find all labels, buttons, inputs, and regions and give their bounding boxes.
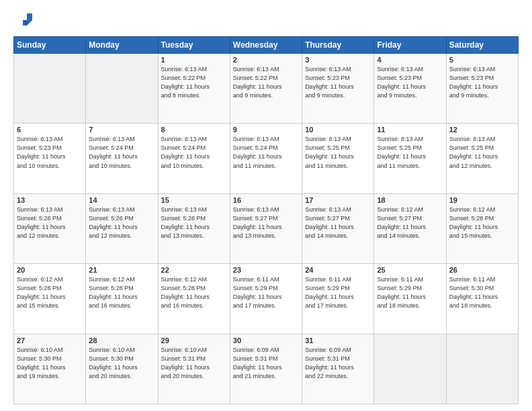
day-number: 7 (89, 126, 154, 134)
svg-marker-0 (23, 13, 32, 26)
day-info: Sunrise: 6:13 AM Sunset: 5:25 PM Dayligh… (449, 135, 515, 170)
week-row-1: 1Sunrise: 6:13 AM Sunset: 5:22 PM Daylig… (14, 54, 519, 124)
day-number: 11 (377, 126, 443, 134)
day-info: Sunrise: 6:13 AM Sunset: 5:26 PM Dayligh… (89, 205, 154, 240)
calendar-table: SundayMondayTuesdayWednesdayThursdayFrid… (13, 36, 519, 404)
day-number: 1 (161, 56, 227, 64)
day-info: Sunrise: 6:09 AM Sunset: 5:31 PM Dayligh… (305, 346, 371, 381)
week-row-2: 6Sunrise: 6:13 AM Sunset: 5:23 PM Daylig… (14, 124, 519, 193)
day-number: 13 (17, 196, 83, 204)
calendar-cell (446, 334, 518, 404)
day-info: Sunrise: 6:13 AM Sunset: 5:24 PM Dayligh… (161, 135, 227, 170)
day-number: 2 (233, 56, 299, 64)
day-info: Sunrise: 6:10 AM Sunset: 5:30 PM Dayligh… (89, 346, 154, 381)
day-number: 10 (305, 126, 371, 134)
calendar-cell: 5Sunrise: 6:13 AM Sunset: 5:23 PM Daylig… (446, 54, 518, 124)
day-number: 8 (161, 126, 227, 134)
day-info: Sunrise: 6:13 AM Sunset: 5:27 PM Dayligh… (305, 205, 371, 240)
day-number: 9 (233, 126, 299, 134)
calendar-cell: 3Sunrise: 6:13 AM Sunset: 5:23 PM Daylig… (302, 54, 374, 124)
week-row-4: 20Sunrise: 6:12 AM Sunset: 5:28 PM Dayli… (14, 264, 519, 334)
calendar-cell: 15Sunrise: 6:13 AM Sunset: 5:26 PM Dayli… (158, 193, 230, 263)
day-number: 6 (17, 126, 83, 134)
day-number: 3 (305, 56, 371, 64)
calendar-cell: 12Sunrise: 6:13 AM Sunset: 5:25 PM Dayli… (446, 124, 518, 193)
day-info: Sunrise: 6:13 AM Sunset: 5:26 PM Dayligh… (161, 205, 227, 240)
day-number: 19 (449, 196, 515, 204)
calendar-cell (86, 54, 158, 124)
day-number: 24 (305, 266, 371, 274)
day-number: 15 (161, 196, 227, 204)
calendar-cell: 19Sunrise: 6:12 AM Sunset: 5:28 PM Dayli… (446, 193, 518, 263)
day-number: 22 (161, 266, 227, 274)
day-info: Sunrise: 6:11 AM Sunset: 5:29 PM Dayligh… (305, 275, 371, 310)
day-number: 30 (233, 336, 299, 345)
calendar-cell: 29Sunrise: 6:10 AM Sunset: 5:31 PM Dayli… (158, 334, 230, 404)
day-info: Sunrise: 6:12 AM Sunset: 5:28 PM Dayligh… (17, 275, 83, 310)
day-info: Sunrise: 6:11 AM Sunset: 5:29 PM Dayligh… (377, 275, 443, 310)
calendar-cell: 7Sunrise: 6:13 AM Sunset: 5:24 PM Daylig… (86, 124, 158, 193)
day-number: 29 (161, 336, 227, 345)
calendar-cell: 23Sunrise: 6:11 AM Sunset: 5:29 PM Dayli… (230, 264, 302, 334)
weekday-header-thursday: Thursday (302, 37, 374, 54)
logo-icon (13, 11, 32, 30)
day-info: Sunrise: 6:10 AM Sunset: 5:31 PM Dayligh… (161, 346, 227, 381)
weekday-header-saturday: Saturday (446, 37, 518, 54)
weekday-header-row: SundayMondayTuesdayWednesdayThursdayFrid… (14, 37, 519, 54)
week-row-5: 27Sunrise: 6:10 AM Sunset: 5:30 PM Dayli… (14, 334, 519, 404)
day-number: 17 (305, 196, 371, 204)
calendar-cell: 18Sunrise: 6:12 AM Sunset: 5:27 PM Dayli… (374, 193, 446, 263)
calendar-cell: 14Sunrise: 6:13 AM Sunset: 5:26 PM Dayli… (86, 193, 158, 263)
calendar-cell: 4Sunrise: 6:13 AM Sunset: 5:23 PM Daylig… (374, 54, 446, 124)
day-number: 28 (89, 336, 154, 345)
day-number: 21 (89, 266, 154, 274)
calendar-cell: 17Sunrise: 6:13 AM Sunset: 5:27 PM Dayli… (302, 193, 374, 263)
day-info: Sunrise: 6:13 AM Sunset: 5:23 PM Dayligh… (377, 65, 443, 100)
day-info: Sunrise: 6:09 AM Sunset: 5:31 PM Dayligh… (233, 346, 299, 381)
page: SundayMondayTuesdayWednesdayThursdayFrid… (0, 0, 532, 411)
calendar-cell: 13Sunrise: 6:13 AM Sunset: 5:26 PM Dayli… (14, 193, 86, 263)
calendar-cell: 25Sunrise: 6:11 AM Sunset: 5:29 PM Dayli… (374, 264, 446, 334)
day-info: Sunrise: 6:12 AM Sunset: 5:28 PM Dayligh… (89, 275, 154, 310)
weekday-header-sunday: Sunday (14, 37, 86, 54)
day-info: Sunrise: 6:12 AM Sunset: 5:28 PM Dayligh… (161, 275, 227, 310)
day-number: 31 (305, 336, 371, 345)
weekday-header-tuesday: Tuesday (158, 37, 230, 54)
day-info: Sunrise: 6:13 AM Sunset: 5:23 PM Dayligh… (449, 65, 515, 100)
calendar-cell: 20Sunrise: 6:12 AM Sunset: 5:28 PM Dayli… (14, 264, 86, 334)
calendar-cell: 26Sunrise: 6:11 AM Sunset: 5:30 PM Dayli… (446, 264, 518, 334)
calendar-cell: 30Sunrise: 6:09 AM Sunset: 5:31 PM Dayli… (230, 334, 302, 404)
calendar-cell: 8Sunrise: 6:13 AM Sunset: 5:24 PM Daylig… (158, 124, 230, 193)
day-number: 25 (377, 266, 443, 274)
day-info: Sunrise: 6:12 AM Sunset: 5:27 PM Dayligh… (377, 205, 443, 240)
calendar-cell: 22Sunrise: 6:12 AM Sunset: 5:28 PM Dayli… (158, 264, 230, 334)
day-info: Sunrise: 6:13 AM Sunset: 5:22 PM Dayligh… (233, 65, 299, 100)
calendar-cell: 6Sunrise: 6:13 AM Sunset: 5:23 PM Daylig… (14, 124, 86, 193)
day-info: Sunrise: 6:13 AM Sunset: 5:26 PM Dayligh… (17, 205, 83, 240)
calendar-cell: 24Sunrise: 6:11 AM Sunset: 5:29 PM Dayli… (302, 264, 374, 334)
day-number: 18 (377, 196, 443, 204)
day-info: Sunrise: 6:13 AM Sunset: 5:24 PM Dayligh… (89, 135, 154, 170)
logo (13, 11, 35, 30)
day-number: 23 (233, 266, 299, 274)
day-info: Sunrise: 6:13 AM Sunset: 5:25 PM Dayligh… (377, 135, 443, 170)
calendar-cell (14, 54, 86, 124)
weekday-header-friday: Friday (374, 37, 446, 54)
day-info: Sunrise: 6:11 AM Sunset: 5:29 PM Dayligh… (233, 275, 299, 310)
calendar-cell: 28Sunrise: 6:10 AM Sunset: 5:30 PM Dayli… (86, 334, 158, 404)
calendar-cell: 27Sunrise: 6:10 AM Sunset: 5:30 PM Dayli… (14, 334, 86, 404)
calendar-cell: 9Sunrise: 6:13 AM Sunset: 5:24 PM Daylig… (230, 124, 302, 193)
day-info: Sunrise: 6:10 AM Sunset: 5:30 PM Dayligh… (17, 346, 83, 381)
day-info: Sunrise: 6:13 AM Sunset: 5:23 PM Dayligh… (305, 65, 371, 100)
day-info: Sunrise: 6:13 AM Sunset: 5:24 PM Dayligh… (233, 135, 299, 170)
calendar-cell: 1Sunrise: 6:13 AM Sunset: 5:22 PM Daylig… (158, 54, 230, 124)
calendar-body: 1Sunrise: 6:13 AM Sunset: 5:22 PM Daylig… (14, 54, 519, 404)
header (13, 11, 519, 30)
day-number: 14 (89, 196, 154, 204)
calendar-cell: 2Sunrise: 6:13 AM Sunset: 5:22 PM Daylig… (230, 54, 302, 124)
calendar-cell: 31Sunrise: 6:09 AM Sunset: 5:31 PM Dayli… (302, 334, 374, 404)
weekday-header-monday: Monday (86, 37, 158, 54)
day-info: Sunrise: 6:12 AM Sunset: 5:28 PM Dayligh… (449, 205, 515, 240)
day-number: 20 (17, 266, 83, 274)
day-number: 26 (449, 266, 515, 274)
